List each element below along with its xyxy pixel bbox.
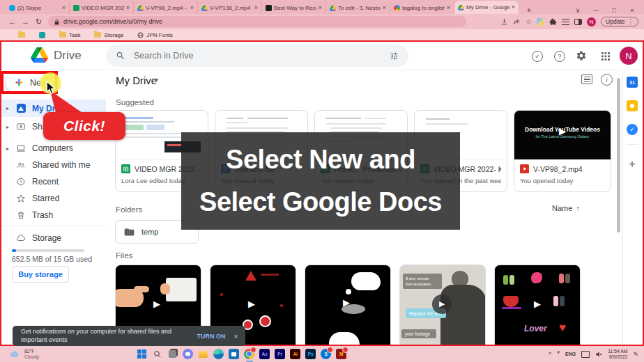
keep-icon[interactable] — [627, 100, 638, 111]
taskbar-clock[interactable]: 11:54 AM 8/5/2022 — [608, 349, 627, 360]
search-input[interactable] — [132, 50, 383, 61]
tab-close-icon[interactable]: × — [512, 4, 515, 10]
extensions-puzzle-icon[interactable] — [549, 18, 557, 26]
bookmark-app[interactable] — [39, 32, 45, 38]
drive-logo[interactable] — [31, 47, 48, 63]
tab-to-edit-nestor[interactable]: To edit - 3. Nestor - G × — [326, 2, 390, 14]
close-window-icon[interactable]: × — [623, 7, 641, 14]
sidebar-item-trash[interactable]: Trash — [0, 207, 106, 223]
tab-skype[interactable]: (2) Skype × — [6, 2, 70, 14]
offline-status-icon[interactable]: ✓ — [532, 51, 543, 62]
language-indicator[interactable]: ENG — [565, 352, 576, 356]
settings-gear-icon[interactable] — [576, 50, 587, 61]
skype-icon[interactable]: S — [321, 349, 331, 359]
search-options-icon[interactable] — [390, 52, 399, 61]
tray-app-icon[interactable]: * — [557, 350, 560, 358]
help-icon[interactable]: ? — [554, 51, 565, 62]
calendar-icon[interactable]: 31 — [627, 77, 638, 88]
address-bar[interactable]: drive.google.com/drive/u/0/my drive — [48, 16, 466, 27]
more-menu-icon[interactable]: ⋮ — [628, 18, 634, 25]
bookmarks-bar: Task Storage JPN Fonts — [0, 29, 644, 40]
tab-my-drive-active[interactable]: My Drive - Google Dr × — [454, 1, 519, 14]
update-button[interactable]: Update ⋮ — [601, 17, 638, 26]
expand-caret-icon[interactable]: ▸ — [3, 105, 13, 111]
download-icon[interactable] — [500, 18, 508, 26]
sidebar-item-storage[interactable]: Storage — [0, 230, 106, 246]
list-view-icon[interactable] — [581, 74, 592, 84]
edge-icon[interactable] — [213, 349, 224, 359]
after-effects-icon[interactable]: Ae — [259, 349, 270, 359]
tab-search-icon[interactable]: ∨ — [569, 7, 587, 14]
add-addons-icon[interactable]: + — [627, 159, 638, 170]
bookmark-jpn-fonts[interactable]: JPN Fonts — [137, 32, 172, 38]
browser-tab-strip: (2) Skype × VIDEO MGR 2022 - V × V-VP98_… — [0, 0, 644, 14]
toast-close-icon[interactable]: × — [234, 332, 238, 340]
tab-close-icon[interactable]: × — [190, 5, 194, 11]
task-view-icon[interactable] — [167, 349, 178, 359]
expand-caret-icon[interactable]: ▸ — [3, 145, 13, 152]
buy-storage-button[interactable]: Buy storage — [12, 266, 69, 283]
chat-icon[interactable] — [183, 349, 193, 359]
store-icon[interactable] — [229, 349, 239, 359]
tab-close-icon[interactable]: × — [254, 5, 258, 11]
tab-drive-vp98[interactable]: V-VP98_2.mp4 - Goo × — [134, 2, 198, 14]
file-card-video[interactable]: 8 one minute tion templates Replace the … — [399, 265, 486, 355]
sidebar-item-recent[interactable]: Recent — [0, 173, 106, 190]
new-tab-button[interactable]: + — [519, 6, 539, 14]
file-card-video[interactable]: Lover ♥ ▶ — [494, 265, 581, 355]
app-icon-m[interactable]: M — [336, 349, 346, 359]
taskbar-search-icon[interactable] — [152, 349, 162, 359]
volume-icon[interactable] — [595, 351, 602, 358]
tab-close-icon[interactable]: × — [383, 5, 386, 11]
search-icon[interactable] — [116, 51, 125, 61]
bookmark-folder-task[interactable]: Task — [59, 32, 80, 38]
tasks-icon[interactable]: ✓ — [627, 124, 638, 135]
taskbar-weather-widget[interactable]: 82°F Cloudy — [0, 349, 39, 360]
illustrator-icon[interactable]: Ai — [290, 349, 300, 359]
title-dropdown-icon[interactable]: ▾ — [155, 76, 158, 84]
tab-best-way-record[interactable]: Best Way to Record L × — [262, 2, 326, 14]
drive-profile-avatar[interactable]: N — [620, 47, 638, 65]
info-icon[interactable]: i — [601, 74, 613, 86]
tab-close-icon[interactable]: × — [319, 5, 322, 11]
tab-google-translate[interactable]: tagalog to english - G × — [390, 2, 454, 14]
tab-drive-vp138[interactable]: V-VP138_2.mp4 - Go × — [198, 2, 262, 14]
extension-image-icon[interactable] — [537, 18, 544, 26]
maximize-icon[interactable]: □ — [605, 7, 623, 14]
file-explorer-icon[interactable] — [198, 349, 208, 359]
tab-close-icon[interactable]: × — [447, 5, 450, 11]
side-panel-icon[interactable] — [574, 19, 582, 25]
back-icon[interactable]: ← — [6, 17, 19, 26]
bookmark-star-icon[interactable]: ☆ — [526, 18, 532, 26]
tray-expand-icon[interactable]: ^ — [549, 351, 551, 358]
google-apps-grid-icon[interactable] — [601, 52, 610, 61]
sheets-file-icon — [121, 164, 130, 173]
file-card-video[interactable]: ▶ — [305, 265, 391, 355]
premiere-icon[interactable]: Pr — [275, 349, 285, 359]
browser-profile-avatar[interactable]: N — [587, 17, 596, 26]
sort-control[interactable]: Name ↑ — [552, 204, 580, 212]
minimize-icon[interactable]: ─ — [587, 7, 605, 14]
reload-icon[interactable]: ↻ — [32, 17, 45, 26]
scrollbar-thumb[interactable] — [617, 78, 620, 233]
forward-icon[interactable]: → — [19, 17, 32, 26]
chrome-icon[interactable] — [244, 349, 254, 359]
sidebar-item-computers[interactable]: ▸ Computers — [0, 140, 106, 157]
bookmark-folder-storage[interactable]: Storage — [94, 32, 123, 38]
expand-caret-icon[interactable]: ▸ — [3, 124, 13, 130]
bookmark-folder[interactable] — [18, 32, 25, 38]
drive-search[interactable] — [106, 45, 408, 67]
tab-sheets-video-mgr[interactable]: VIDEO MGR 2022 - V × — [70, 2, 134, 14]
start-button[interactable] — [137, 349, 147, 359]
turn-on-button[interactable]: TURN ON — [197, 333, 226, 340]
notification-center-icon[interactable]: ✎ — [633, 351, 638, 358]
sidebar-item-shared-with-me[interactable]: Shared with me — [0, 157, 106, 173]
share-icon[interactable] — [513, 18, 521, 26]
tab-close-icon[interactable]: × — [62, 5, 66, 11]
network-icon[interactable] — [581, 351, 590, 358]
suggested-card[interactable]: Download YouTube Videos for The Latest S… — [514, 110, 611, 192]
tab-close-icon[interactable]: × — [126, 5, 130, 11]
sidebar-item-starred[interactable]: Starred — [0, 190, 106, 207]
photoshop-icon[interactable]: Ps — [305, 349, 316, 359]
media-controls-icon[interactable] — [562, 19, 569, 25]
